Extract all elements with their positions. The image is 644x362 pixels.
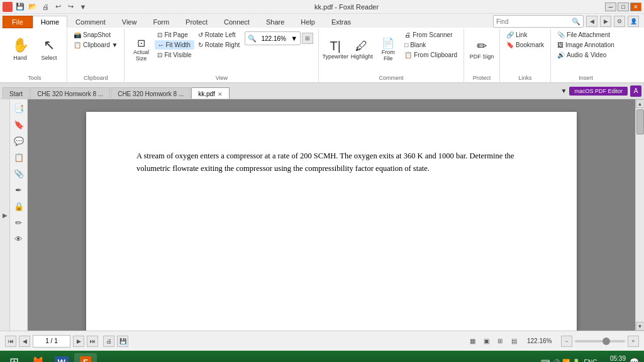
tab-protect[interactable]: Protect	[177, 16, 216, 28]
from-scanner-button[interactable]: 🖨 From Scanner	[402, 30, 460, 40]
scroll-thumb[interactable]	[636, 109, 644, 134]
page-input[interactable]	[33, 335, 70, 348]
sidebar-pages-icon[interactable]: 📑	[13, 102, 25, 114]
word-taskbar-btn[interactable]: W	[50, 353, 73, 362]
tab-share[interactable]: Share	[258, 16, 292, 28]
network-icon[interactable]: 📶	[562, 359, 570, 363]
kk-tab-close[interactable]: ✕	[218, 91, 223, 97]
sidebar-edit-icon[interactable]: ✏	[13, 216, 25, 229]
doc-tab-homwork2[interactable]: CHE 320 Homwork 8 ...	[111, 87, 191, 99]
ribbon-nav-fwd[interactable]: ▶	[600, 16, 611, 27]
tab-file[interactable]: File	[3, 16, 33, 28]
audio-video-button[interactable]: 🔊 Audio & Video	[555, 50, 617, 60]
highlight-button[interactable]: 🖊 Highlight	[349, 30, 374, 68]
typewriter-button[interactable]: T| Typewriter	[323, 30, 348, 68]
file-attachment-button[interactable]: 📎 File Attachment	[555, 30, 617, 40]
search-icon[interactable]: 🔍	[572, 18, 580, 26]
undo-quick-btn[interactable]: ↩	[53, 2, 63, 12]
ribbon-group-tools: ✋ Hand ↖ Select Tools	[3, 29, 67, 82]
pdf-sign-button[interactable]: ✏ PDF Sign	[468, 30, 496, 68]
close-button[interactable]: ✕	[630, 3, 641, 11]
bookmark-button[interactable]: 🔖 Bookmark	[504, 40, 547, 50]
snapshot-button[interactable]: 📸 SnapShot	[71, 30, 120, 40]
print-btn[interactable]: 🖨	[103, 336, 114, 347]
blank-button[interactable]: □ Blank	[402, 40, 460, 50]
tab-dropdown-btn[interactable]: ▼	[561, 87, 567, 94]
link-button[interactable]: 🔗 Link	[504, 30, 547, 40]
right-scrollbar[interactable]: ▲ ▼	[635, 99, 644, 331]
maximize-button[interactable]: □	[618, 3, 629, 11]
clipboard-button[interactable]: 📋 Clipboard ▼	[71, 40, 120, 50]
zoom-plus-btn[interactable]: +	[628, 336, 639, 347]
tab-form[interactable]: Form	[145, 16, 177, 28]
tab-help[interactable]: Help	[292, 16, 323, 28]
save-pdf-btn[interactable]: 💾	[117, 336, 128, 347]
scroll-up-btn[interactable]: ▲	[636, 99, 645, 108]
fit-visible-button[interactable]: ⊡ Fit Visible	[155, 50, 194, 60]
sidebar-signatures-icon[interactable]: ✒	[13, 184, 25, 196]
sidebar-attachments-icon[interactable]: 📎	[13, 167, 25, 180]
sidebar-expand[interactable]: ▶	[0, 99, 10, 331]
foxit-taskbar-btn[interactable]: F	[74, 353, 97, 362]
doc-tab-start[interactable]: Start	[3, 87, 30, 99]
nav-prev-btn[interactable]: ◀	[19, 336, 30, 347]
search-input[interactable]	[496, 18, 572, 25]
ribbon-nav-back[interactable]: ◀	[586, 16, 597, 27]
tab-home[interactable]: Home	[33, 16, 67, 28]
tab-comment[interactable]: Comment	[67, 16, 114, 28]
sidebar-eye-icon[interactable]: 👁	[13, 233, 25, 245]
doc-tab-kk[interactable]: kk.pdf ✕	[191, 87, 230, 99]
fit-page-button[interactable]: ⊡ Fit Page	[155, 30, 194, 40]
ribbon-settings[interactable]: ⚙	[614, 16, 625, 27]
tab-connect[interactable]: Connect	[216, 16, 258, 28]
actual-size-button[interactable]: ⊡ Actual Size	[128, 30, 153, 68]
minimize-button[interactable]: ─	[605, 3, 616, 11]
zoom-slider[interactable]	[575, 340, 625, 343]
zoom-input[interactable]	[258, 35, 289, 42]
redo-quick-btn[interactable]: ↪	[65, 2, 75, 12]
rotate-left-button[interactable]: ↺ Rotate Left	[196, 30, 243, 40]
hand-tool-button[interactable]: ✋ Hand	[6, 30, 34, 68]
print-quick-btn[interactable]: 🖨	[40, 2, 50, 12]
sidebar-bookmarks-icon[interactable]: 🔖	[13, 118, 25, 131]
macos-badge[interactable]: macOS PDF Editor	[569, 87, 628, 96]
blank-icon: □	[404, 41, 408, 48]
fit-width-button[interactable]: ↔ Fit Width	[155, 40, 194, 50]
zoom-minus-btn[interactable]: −	[561, 336, 572, 347]
open-quick-btn[interactable]: 📂	[28, 2, 38, 12]
from-clipboard-button[interactable]: 📋 From Clipboard	[402, 50, 460, 60]
tab-extras[interactable]: Extras	[323, 16, 359, 28]
image-annotation-button[interactable]: 🖼 Image Annotation	[555, 40, 617, 50]
zoom-slider-thumb[interactable]	[602, 337, 610, 345]
ribbon-user[interactable]: 👤	[628, 16, 639, 27]
select-tool-button[interactable]: ↖ Select	[35, 30, 63, 68]
single-page-view-btn[interactable]: ▦	[467, 336, 478, 347]
scroll-track[interactable]	[636, 108, 645, 322]
notification-icon[interactable]: 💬	[630, 358, 639, 362]
save-quick-btn[interactable]: 💾	[15, 2, 25, 12]
search-bar[interactable]: 🔍	[493, 15, 584, 28]
zoom-dropdown-icon[interactable]: ▼	[291, 35, 297, 42]
nav-next-btn[interactable]: ▶	[73, 336, 84, 347]
sidebar-comments-icon[interactable]: 💬	[13, 134, 25, 147]
nav-first-btn[interactable]: ⏮	[5, 336, 16, 347]
tab-view[interactable]: View	[114, 16, 145, 28]
from-file-button[interactable]: 📄 From File	[375, 30, 401, 68]
zoom-fit-btn[interactable]: ⊞	[302, 33, 313, 44]
volume-icon[interactable]: 🔊	[552, 359, 560, 363]
nav-last-btn[interactable]: ⏭	[87, 336, 98, 347]
qa-dropdown[interactable]: ▼	[78, 2, 88, 12]
sidebar-layers-icon[interactable]: 📋	[13, 151, 25, 163]
insert-content: 📎 File Attachment 🖼 Image Annotation 🔊 A…	[555, 30, 617, 74]
double-page-view-btn[interactable]: ▣	[480, 336, 492, 347]
rotate-right-button[interactable]: ↻ Rotate Right	[196, 40, 243, 50]
sidebar-lock-icon[interactable]: 🔒	[13, 200, 25, 212]
start-button[interactable]: ⊞	[3, 353, 25, 362]
thumbnail-view-btn[interactable]: ▤	[508, 336, 519, 347]
firefox-taskbar-btn[interactable]: 🦊	[26, 353, 49, 362]
ribbon-group-links: 🔗 Link 🔖 Bookmark Links	[500, 29, 551, 82]
scroll-down-btn[interactable]: ▼	[636, 322, 645, 331]
zoom-box[interactable]: 🔍 ▼	[245, 31, 301, 45]
scroll-view-btn[interactable]: ⊞	[494, 336, 506, 347]
doc-tab-homwork1[interactable]: CHE 320 Homwork 8 ...	[30, 87, 110, 99]
